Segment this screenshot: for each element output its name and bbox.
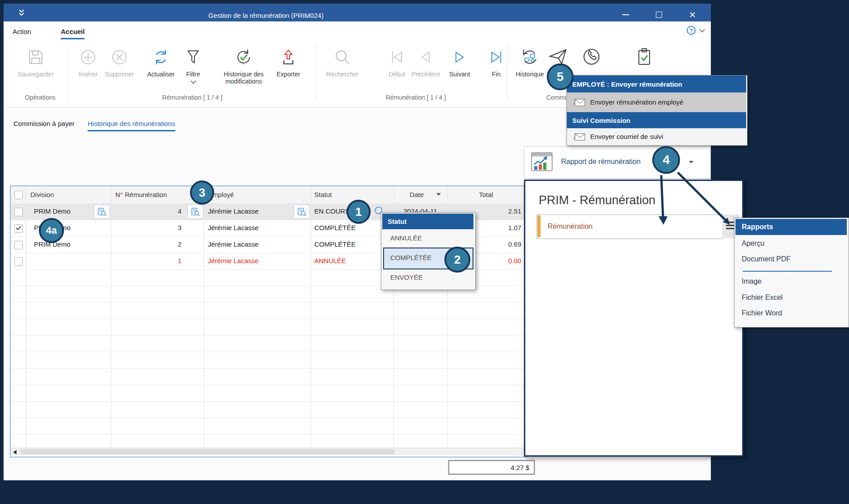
rapports-item-fichier-word[interactable]: Fichier Word [742, 309, 782, 317]
cell-employe: Jérémie Lacasse [208, 257, 258, 265]
minimize-button[interactable] [619, 10, 632, 20]
grid-header-row: Division N° Rémunération Employé Statut … [11, 186, 525, 204]
rapports-menu: Rapports Aperçu Document PDF Image Fichi… [734, 218, 849, 328]
send-remuneration-employe-item[interactable]: Envoyer rémunération employé [567, 92, 746, 112]
search-button[interactable]: Rechercher [320, 43, 365, 78]
cell-statut: ANNULÉE [314, 257, 346, 265]
refresh-button[interactable]: Actualiser [142, 43, 180, 78]
chevron-down-icon [190, 78, 196, 84]
phone-icon [580, 43, 603, 67]
maximize-button[interactable] [652, 10, 666, 20]
cell-numero: 1 [111, 257, 182, 265]
row-checkbox-checked[interactable] [14, 224, 23, 233]
group-label-operations: Opérations [13, 94, 67, 101]
funnel-icon [180, 43, 207, 67]
send-courriel-suivi-item[interactable]: Envoyer courriel de suivi [567, 128, 746, 145]
insert-button[interactable]: Insérer [73, 43, 103, 78]
statut-option-annulee[interactable]: ANNULÉE [390, 234, 422, 242]
previous-record-button[interactable]: Précédent [407, 43, 444, 78]
save-button[interactable]: Sauvegarder [13, 43, 58, 78]
grid-footer-total: 4.27 $ [448, 460, 535, 475]
menu-action[interactable]: Action [13, 28, 31, 35]
title-bar: Gestion de la rémunération (PRIM024) [4, 4, 711, 21]
menu-divider [743, 271, 832, 272]
clipboard-check-icon [633, 43, 656, 67]
column-header-statut[interactable]: Statut [314, 191, 332, 198]
next-record-button[interactable]: Suivant [444, 43, 475, 78]
plus-circle-icon [73, 43, 103, 67]
rapports-item-image[interactable]: Image [742, 277, 761, 286]
orange-accent-bar [537, 215, 541, 237]
employe-lookup-button[interactable] [294, 205, 310, 219]
chart-icon [529, 149, 555, 175]
save-icon [13, 43, 58, 67]
communication-history-icon [508, 43, 551, 67]
cell-employe: Jérémie Lacasse [208, 207, 258, 215]
group-separator [67, 45, 68, 101]
column-header-total[interactable]: Total [447, 191, 525, 198]
lookup-document-icon [97, 207, 107, 217]
scrollbar-thumb[interactable] [20, 449, 395, 454]
division-lookup-button[interactable] [94, 205, 110, 219]
report-panel-title: PRIM - Rémunération [539, 193, 655, 207]
close-button[interactable] [686, 10, 699, 20]
export-up-arrow-icon [271, 43, 305, 67]
send-menu-header-suivi: Suivi Commission [567, 112, 746, 128]
rapports-menu-header: Rapports [735, 219, 847, 235]
group-label-remuneration-2: Rémunération [ 1 / 4 ] [380, 94, 452, 101]
group-separator [507, 45, 507, 101]
last-record-button[interactable]: Fin [485, 43, 507, 78]
row-checkbox[interactable] [14, 208, 23, 216]
report-list-item-remuneration[interactable]: Rémunération [536, 214, 723, 239]
callout-badge-4: 4 [652, 146, 680, 174]
callout-badge-4a: 4a [39, 218, 64, 243]
history-check-icon [216, 43, 271, 67]
dropdown-arrow-icon[interactable] [689, 161, 693, 164]
column-header-numero[interactable]: N° Rémunération [115, 191, 167, 198]
rapports-item-document-pdf[interactable]: Document PDF [742, 255, 790, 263]
callout-badge-1: 1 [346, 200, 371, 224]
modification-history-button[interactable]: Historique des modifications [216, 43, 271, 85]
column-header-division[interactable]: Division [30, 191, 54, 198]
lookup-document-icon [190, 207, 200, 217]
horizontal-scrollbar[interactable] [11, 448, 525, 455]
numero-lookup-button[interactable] [187, 205, 203, 219]
scroll-left-arrow-icon[interactable] [13, 450, 17, 454]
row-checkbox[interactable] [14, 257, 23, 266]
phone-button[interactable] [580, 43, 603, 67]
cell-employe: Jérémie Lacasse [208, 240, 258, 248]
cell-employe: Jérémie Lacasse [208, 224, 258, 231]
first-record-button[interactable]: Début [384, 43, 410, 78]
envelope-icon [572, 131, 587, 142]
communication-history-button[interactable]: Historique [508, 43, 551, 78]
send-menu-popup: EMPLOYÉ : Envoyer rémunération Envoyer r… [566, 75, 748, 146]
report-button[interactable]: Rapport de rémunération [524, 146, 711, 179]
export-button[interactable]: Exporter [271, 43, 305, 78]
callout-badge-2: 2 [444, 247, 470, 273]
cell-numero: 3 [111, 224, 182, 231]
select-all-checkbox[interactable] [14, 191, 23, 199]
task-clipboard-button[interactable] [633, 43, 656, 67]
help-icon[interactable]: ? [687, 26, 696, 35]
group-separator [315, 45, 316, 101]
cell-numero: 4 [111, 207, 182, 215]
row-checkbox[interactable] [14, 241, 23, 249]
x-circle-icon [101, 43, 138, 67]
rapports-item-fichier-excel[interactable]: Fichier Excel [742, 294, 783, 302]
cell-division: PRIM Demo [34, 207, 71, 215]
delete-button[interactable]: Supprimer [101, 43, 138, 78]
filter-button[interactable]: Filtre [180, 43, 207, 83]
tab-commission-a-payer[interactable]: Commission à payer [13, 120, 75, 127]
menu-accueil[interactable]: Accueil [61, 28, 84, 39]
column-header-date[interactable]: Date [393, 191, 440, 198]
cell-numero: 2 [111, 240, 182, 248]
search-icon [320, 43, 365, 67]
rapports-item-apercu[interactable]: Aperçu [742, 239, 765, 248]
empty-rows-area [11, 269, 525, 448]
next-icon [444, 43, 475, 67]
sort-descending-icon [436, 193, 441, 196]
statut-option-envoyee[interactable]: ENVOYÉE [390, 273, 423, 281]
skip-start-icon [384, 43, 410, 67]
tab-historique-remunerations[interactable]: Historique des rémunérations [88, 120, 175, 131]
cell-statut: COMPLÉTÉE [314, 240, 356, 248]
